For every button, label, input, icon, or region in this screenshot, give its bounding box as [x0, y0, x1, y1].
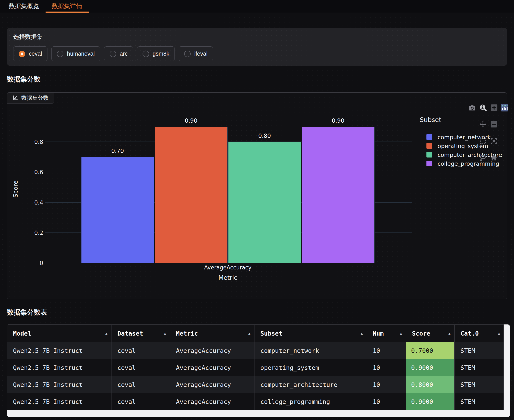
zoom-in-icon[interactable] — [490, 104, 498, 112]
bar-computer_architecture[interactable] — [228, 142, 301, 263]
table-cell: Qwen2.5-7B-Instruct — [7, 376, 111, 393]
table-section-title: 数据集分数表 — [7, 308, 47, 317]
x-tick-label: AverageAccuracy — [165, 264, 291, 271]
table-horizontal-scrollbar[interactable] — [7, 410, 510, 417]
bar-computer_network[interactable] — [81, 157, 154, 263]
pan-icon[interactable] — [479, 120, 487, 128]
table-cell: ceval — [111, 393, 170, 410]
dataset-option-label: humaneval — [67, 51, 95, 57]
table-cell: AverageAccuracy — [170, 359, 254, 376]
table-cell: STEM — [454, 342, 504, 359]
dataset-option-label: ceval — [29, 51, 42, 57]
dataset-option-label: gsm8k — [153, 51, 170, 57]
score-cell: 0.8000 — [406, 376, 454, 393]
zoom-out-icon[interactable] — [490, 120, 498, 128]
reset-home-icon[interactable] — [490, 154, 498, 162]
dataset-option-gsm8k[interactable]: gsm8k — [137, 46, 175, 61]
table-vertical-scrollbar[interactable] — [504, 324, 510, 417]
column-header-score[interactable]: Score▲ — [406, 325, 454, 342]
table-row: Qwen2.5-7B-InstructcevalAverageAccuracyo… — [7, 359, 504, 376]
table-cell: ceval — [111, 342, 170, 359]
radio-unselected-icon — [142, 51, 149, 57]
table-cell: computer_network — [254, 342, 367, 359]
y-tick-label: 0.6 — [16, 169, 43, 175]
dataset-selector-label: 选择数据集 — [13, 33, 43, 41]
score-cell: 0.7000 — [406, 342, 454, 359]
column-header-subset[interactable]: Subset▲ — [254, 325, 367, 342]
table-cell: college_programming — [254, 393, 367, 410]
column-header-label: Dataset — [117, 330, 143, 337]
score-cell: 0.9000 — [406, 393, 454, 410]
dataset-option-label: arc — [120, 51, 128, 57]
table-cell: 10 — [367, 342, 406, 359]
y-tick-label: 0.4 — [16, 199, 43, 206]
autoscale-icon[interactable] — [490, 137, 498, 145]
chart-panel-tab[interactable]: 数据集分数 — [7, 92, 54, 104]
chart-panel: 数据集分数 00.20.40.60.80.700.900.800.90Avera… — [7, 92, 507, 299]
dataset-option-humaneval[interactable]: humaneval — [52, 46, 100, 61]
table-cell: 10 — [367, 376, 406, 393]
box-select-icon[interactable] — [479, 137, 487, 145]
table-cell: Qwen2.5-7B-Instruct — [7, 393, 111, 410]
sort-ascending-icon[interactable]: ▲ — [448, 331, 454, 336]
plotly-logo-icon[interactable] — [500, 104, 509, 112]
y-tick-label: 0 — [16, 260, 43, 266]
dataset-option-ceval[interactable]: ceval — [13, 46, 47, 61]
tabbar: 数据集概览 数据集详情 — [0, 0, 514, 13]
column-header-model[interactable]: Model▲ — [7, 325, 111, 342]
table-cell: AverageAccuracy — [170, 342, 254, 359]
column-header-label: Score — [412, 330, 430, 337]
column-header-label: Cat.0 — [461, 330, 479, 337]
dataset-option-ifeval[interactable]: ifeval — [179, 46, 213, 61]
bar-value-label: 0.80 — [228, 133, 301, 139]
bar-value-label: 0.90 — [155, 117, 228, 124]
table-cell: Qwen2.5-7B-Instruct — [7, 359, 111, 376]
table-row: Qwen2.5-7B-InstructcevalAverageAccuracyc… — [7, 393, 504, 410]
sort-ascending-icon[interactable]: ▲ — [164, 331, 170, 336]
camera-icon[interactable] — [468, 104, 477, 112]
radio-unselected-icon — [110, 51, 116, 57]
bar-operating_system[interactable] — [155, 127, 228, 263]
table-cell: STEM — [454, 393, 504, 410]
radio-unselected-icon — [184, 51, 191, 57]
bar-college_programming[interactable] — [302, 127, 375, 263]
column-header-dataset[interactable]: Dataset▲ — [111, 325, 170, 342]
legend-swatch-computer_network[interactable] — [426, 134, 432, 140]
page: 数据集概览 数据集详情 选择数据集 cevalhumanevalarcgsm8k… — [0, 0, 514, 420]
score-cell: 0.9000 — [406, 359, 454, 376]
column-header-metric[interactable]: Metric▲ — [170, 325, 254, 342]
dataset-selector-panel: 选择数据集 cevalhumanevalarcgsm8kifeval — [7, 28, 507, 66]
table-cell: computer_architecture — [254, 376, 367, 393]
legend-title: Subset — [420, 116, 441, 123]
table-cell: STEM — [454, 359, 504, 376]
dataset-option-arc[interactable]: arc — [104, 46, 133, 61]
column-header-label: Model — [13, 330, 31, 337]
bar-value-label: 0.90 — [302, 117, 375, 124]
table-cell: 10 — [367, 393, 406, 410]
sort-ascending-icon[interactable]: ▲ — [498, 331, 504, 336]
sort-ascending-icon[interactable]: ▲ — [400, 331, 406, 336]
scatter-chart-icon — [12, 95, 18, 101]
sort-ascending-icon[interactable]: ▲ — [248, 331, 254, 336]
table-cell: STEM — [454, 376, 504, 393]
sort-ascending-icon[interactable]: ▲ — [105, 331, 111, 336]
table-header-row: Model▲Dataset▲Metric▲Subset▲Num▲Score▲Ca… — [7, 325, 504, 342]
table-cell: Qwen2.5-7B-Instruct — [7, 342, 111, 359]
lasso-icon[interactable] — [479, 154, 487, 162]
column-header-num[interactable]: Num▲ — [367, 325, 406, 342]
scores-table-wrap: Model▲Dataset▲Metric▲Subset▲Num▲Score▲Ca… — [7, 324, 510, 417]
box-zoom-icon[interactable] — [479, 104, 487, 112]
legend-swatch-college_programming[interactable] — [426, 161, 432, 166]
column-header-cat-0[interactable]: Cat.0▲ — [454, 325, 504, 342]
legend-swatch-operating_system[interactable] — [426, 143, 432, 149]
tab-dataset-overview[interactable]: 数据集概览 — [2, 0, 45, 13]
tab-dataset-details[interactable]: 数据集详情 — [45, 0, 89, 13]
table-cell: AverageAccuracy — [170, 376, 254, 393]
legend-swatch-computer_architecture[interactable] — [426, 152, 432, 158]
dataset-option-label: ifeval — [194, 51, 208, 57]
sort-ascending-icon[interactable]: ▲ — [360, 331, 367, 336]
dataset-radio-group: cevalhumanevalarcgsm8kifeval — [13, 46, 213, 61]
table-row: Qwen2.5-7B-InstructcevalAverageAccuracyc… — [7, 376, 504, 393]
radio-selected-icon — [19, 51, 25, 57]
table-row: Qwen2.5-7B-InstructcevalAverageAccuracyc… — [7, 342, 504, 359]
